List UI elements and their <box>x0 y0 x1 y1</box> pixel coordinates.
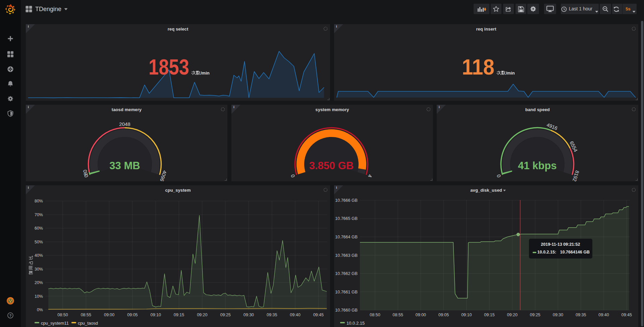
svg-text:09:40: 09:40 <box>598 313 609 317</box>
svg-text:09:40: 09:40 <box>290 313 300 317</box>
svg-text:09:10: 09:10 <box>151 313 161 317</box>
svg-text:10.7662 GB: 10.7662 GB <box>335 271 358 276</box>
svg-text:08:50: 08:50 <box>57 313 68 317</box>
svg-text:3.850 GB: 3.850 GB <box>309 159 354 171</box>
svg-text:cpu_taosd: cpu_taosd <box>78 321 98 326</box>
svg-text:08:55: 08:55 <box>81 313 91 317</box>
svg-text:50%: 50% <box>35 239 43 244</box>
svg-text:09:10: 09:10 <box>461 313 472 317</box>
svg-text:09:05: 09:05 <box>438 313 449 317</box>
svg-text:1853: 1853 <box>149 55 189 79</box>
svg-text:10.7664 GB: 10.7664 GB <box>335 235 358 239</box>
svg-text:2048: 2048 <box>119 121 130 127</box>
svg-text:08:55: 08:55 <box>393 313 403 317</box>
svg-text:118: 118 <box>462 55 494 79</box>
svg-text:09:30: 09:30 <box>553 313 563 317</box>
svg-text:09:45: 09:45 <box>622 313 632 317</box>
svg-text:09:20: 09:20 <box>507 313 518 317</box>
svg-text:0: 0 <box>495 174 502 178</box>
svg-text:6554: 6554 <box>569 140 579 152</box>
svg-text:09:35: 09:35 <box>576 313 586 317</box>
svg-text:10.7663 GB: 10.7663 GB <box>335 253 358 258</box>
svg-text:4: 4 <box>367 174 373 178</box>
svg-text:09:30: 09:30 <box>244 313 254 317</box>
svg-text:08:50: 08:50 <box>370 313 380 317</box>
svg-text:09:15: 09:15 <box>484 313 494 317</box>
svg-text:80: 80 <box>82 169 89 176</box>
svg-text:09:25: 09:25 <box>220 313 230 317</box>
svg-text:10.0.2.15:: 10.0.2.15: <box>537 250 556 254</box>
svg-text:cpu_system11: cpu_system11 <box>41 321 69 326</box>
svg-text:10.0.2.15: 10.0.2.15 <box>346 321 365 326</box>
svg-text:09:35: 09:35 <box>267 313 277 317</box>
svg-text:33 MB: 33 MB <box>109 159 140 171</box>
svg-text:10.7665 GB: 10.7665 GB <box>335 216 358 221</box>
svg-text:09:00: 09:00 <box>104 313 114 317</box>
svg-text:09:45: 09:45 <box>313 313 324 317</box>
svg-text:10.7660 GB: 10.7660 GB <box>335 308 358 313</box>
svg-text:70%: 70% <box>35 212 43 217</box>
svg-text:10.7664146 GB: 10.7664146 GB <box>560 250 590 254</box>
svg-text:?: ? <box>9 314 12 318</box>
svg-text:2019-11-13 09:21:52: 2019-11-13 09:21:52 <box>541 242 580 247</box>
svg-text:09:25: 09:25 <box>530 313 540 317</box>
svg-text:09:00: 09:00 <box>416 313 426 317</box>
svg-text:09:20: 09:20 <box>197 313 207 317</box>
svg-text:20%: 20% <box>35 280 43 285</box>
svg-text:09:15: 09:15 <box>174 313 184 317</box>
svg-text:/min: /min <box>201 71 210 76</box>
svg-text:10.7666 GB: 10.7666 GB <box>335 198 358 202</box>
svg-text:40%: 40% <box>35 253 43 258</box>
svg-text:80%: 80% <box>35 199 43 203</box>
svg-text:60%: 60% <box>35 226 43 231</box>
svg-text:09:05: 09:05 <box>127 313 138 317</box>
svg-text:/min: /min <box>506 71 515 76</box>
svg-text:10%: 10% <box>35 294 43 298</box>
svg-text:10.7661 GB: 10.7661 GB <box>335 289 358 294</box>
svg-text:30%: 30% <box>35 267 43 271</box>
svg-text:0%: 0% <box>37 308 43 312</box>
svg-text:41 kbps: 41 kbps <box>518 159 556 171</box>
svg-text:0: 0 <box>289 174 296 178</box>
